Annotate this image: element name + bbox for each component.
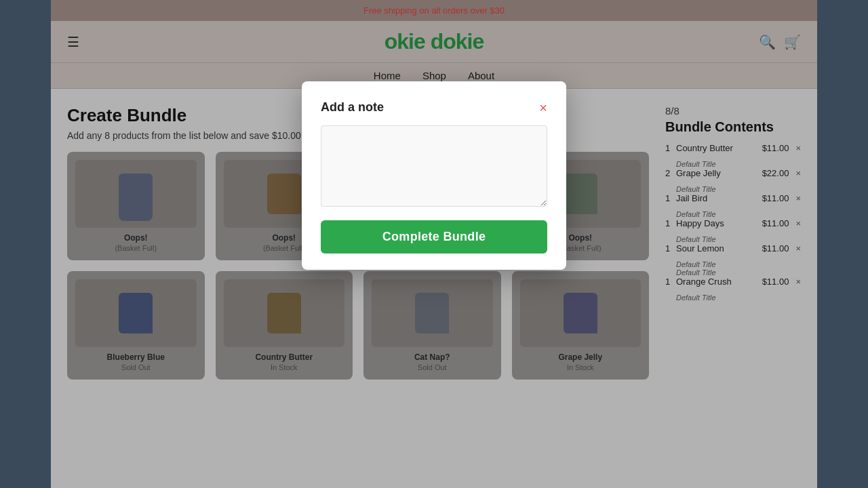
modal-close-button[interactable]: × [539, 101, 547, 115]
add-note-modal: Add a note × Complete Bundle [302, 81, 566, 270]
note-textarea[interactable] [321, 125, 547, 207]
modal-header: Add a note × [321, 100, 547, 115]
modal-title: Add a note [321, 100, 384, 115]
complete-bundle-button[interactable]: Complete Bundle [321, 220, 547, 253]
modal-overlay: Add a note × Complete Bundle [51, 0, 817, 488]
